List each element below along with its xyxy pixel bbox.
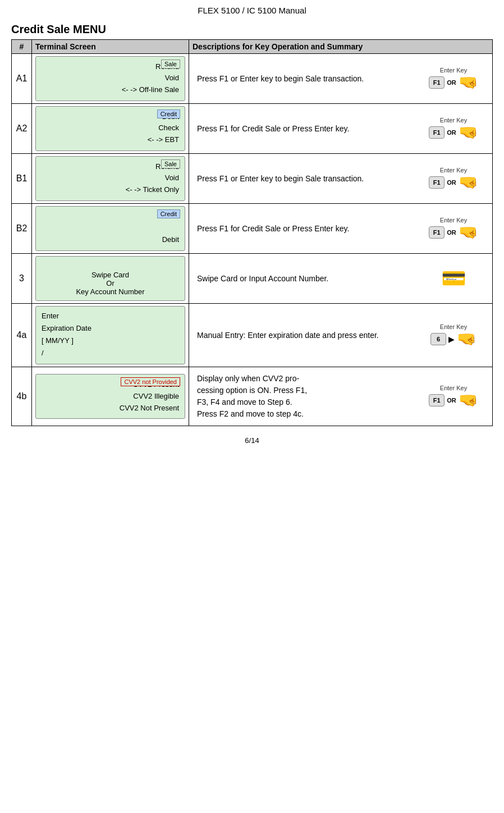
or-label: OR — [447, 229, 456, 236]
screen-label-A1: Sale — [161, 60, 180, 68]
page-title: FLEX 5100 / IC 5100 Manual — [11, 6, 493, 15]
row-id-4b: 4b — [12, 367, 32, 426]
f1-button: F1 — [429, 176, 445, 189]
table-row: 3Swipe CardOrKey Account NumberSwipe Car… — [12, 254, 493, 304]
f6-button: 6 — [430, 333, 446, 345]
terminal-screen-B2: CreditDebit — [32, 204, 189, 254]
row-id-3: 3 — [12, 254, 32, 304]
desc-cell-4b: Display only when CVV2 pro-cessing optio… — [189, 367, 493, 426]
table-row: B1SaleRefundVoid<- -> Ticket OnlyPress F… — [12, 154, 493, 204]
desc-text-4b: Display only when CVV2 pro-cessing optio… — [197, 373, 411, 420]
row-id-B1: B1 — [12, 154, 32, 204]
enter-hand-icon: 🤜 — [459, 392, 478, 408]
terminal-screen-A1: SaleRefundVoid<- -> Off-line Sale — [32, 54, 189, 104]
f1-button: F1 — [429, 76, 445, 89]
col-header-screen: Terminal Screen — [32, 40, 189, 54]
screen-line: <- -> EBT — [148, 134, 179, 146]
table-row: 4aEnterExpiration Date [ MM/YY ]/Manual … — [12, 304, 493, 367]
table-row: A1SaleRefundVoid<- -> Off-line SalePress… — [12, 54, 493, 104]
table-row: 4bCVV2 not ProvidedCVV2 PresentCVV2 Ille… — [12, 367, 493, 426]
table-row: A2CreditDebitCheck<- -> EBTPress F1 for … — [12, 104, 493, 154]
desc-cell-B2: Press F1 for Credit Sale or Press Enter … — [189, 204, 493, 254]
enter-hand-icon: 🤜 — [459, 175, 478, 190]
f1-button: F1 — [429, 226, 445, 239]
screen-line: CVV2 Illegible — [120, 391, 179, 403]
screen-line: CVV2 Not Present — [120, 403, 179, 414]
screen-line: [ MM/YY ] — [42, 335, 74, 347]
col-header-desc: Descriptions for Key Operation and Summa… — [189, 40, 493, 54]
screen-line: Debit — [162, 234, 179, 246]
row-id-A1: A1 — [12, 54, 32, 104]
key-image-A2: Enter KeyF1OR🤜 — [423, 117, 484, 140]
terminal-screen-3: Swipe CardOrKey Account Number — [32, 254, 189, 304]
main-table: # Terminal Screen Descriptions for Key O… — [11, 39, 493, 426]
screen-label-A2: Credit — [157, 109, 180, 118]
enter-key-label: Enter Key — [440, 323, 467, 330]
screen-label-4b: CVV2 not Provided — [121, 377, 180, 386]
enter-hand-icon: 🤜 — [459, 125, 478, 140]
desc-text-3: Swipe Card or Input Account Number. — [197, 273, 411, 285]
terminal-screen-A2: CreditDebitCheck<- -> EBT — [32, 104, 189, 154]
f1-button: F1 — [429, 126, 445, 139]
desc-text-4a: Manual Entry: Enter expiration date and … — [197, 330, 411, 341]
key-image-4a: Enter Key6▶🤜 — [423, 323, 484, 347]
desc-text-A2: Press F1 for Credit Sale or Press Enter … — [197, 123, 411, 135]
key-image-B2: Enter KeyF1OR🤜 — [423, 217, 484, 240]
key-image-B1: Enter KeyF1OR🤜 — [423, 167, 484, 190]
desc-cell-4a: Manual Entry: Enter expiration date and … — [189, 304, 493, 367]
enter-key-label: Enter Key — [440, 385, 467, 391]
enter-key-label: Enter Key — [440, 117, 467, 124]
screen-line: Or — [106, 279, 114, 287]
screen-line: Check — [148, 122, 179, 134]
row-id-B2: B2 — [12, 204, 32, 254]
desc-cell-A2: Press F1 for Credit Sale or Press Enter … — [189, 104, 493, 154]
desc-text-A1: Press F1 or Enter key to begin Sale tran… — [197, 73, 411, 85]
screen-line: / — [42, 347, 44, 359]
enter-hand-icon: 🤜 — [457, 331, 476, 347]
terminal-screen-B1: SaleRefundVoid<- -> Ticket Only — [32, 154, 189, 204]
or-label: OR — [447, 179, 456, 186]
enter-key-label: Enter Key — [440, 167, 467, 173]
or-label: OR — [447, 397, 456, 404]
enter-hand-icon: 🤜 — [459, 225, 478, 240]
f1-button: F1 — [429, 394, 445, 406]
desc-cell-B1: Press F1 or Enter key to begin Sale tran… — [189, 154, 493, 204]
terminal-screen-4a: EnterExpiration Date [ MM/YY ]/ — [32, 304, 189, 367]
screen-line: Void — [126, 172, 179, 184]
screen-label-B1: Sale — [161, 159, 180, 168]
screen-line: Enter — [42, 310, 59, 322]
enter-key-label: Enter Key — [440, 217, 467, 223]
screen-lines: Debit — [162, 234, 179, 246]
screen-line: Void — [122, 72, 179, 84]
row-id-A2: A2 — [12, 104, 32, 154]
desc-text-B1: Press F1 or Enter key to begin Sale tran… — [197, 173, 411, 185]
screen-line: <- -> Ticket Only — [126, 184, 179, 196]
key-image-4b: Enter KeyF1OR🤜 — [423, 385, 484, 408]
or-label: OR — [447, 79, 456, 86]
screen-line: Swipe Card — [91, 271, 129, 279]
key-image-A1: Enter KeyF1OR🤜 — [423, 67, 484, 90]
desc-cell-3: Swipe Card or Input Account Number.💳 — [189, 254, 493, 304]
terminal-screen-4b: CVV2 not ProvidedCVV2 PresentCVV2 Illegi… — [32, 367, 189, 426]
col-header-num: # — [12, 40, 32, 54]
card-swipe-icon: 💳 — [423, 267, 484, 290]
table-row: B2CreditDebitPress F1 for Credit Sale or… — [12, 204, 493, 254]
screen-label-B2: Credit — [157, 209, 180, 218]
desc-text-B2: Press F1 for Credit Sale or Press Enter … — [197, 223, 411, 235]
screen-line: Key Account Number — [76, 287, 144, 296]
screen-line: <- -> Off-line Sale — [122, 84, 179, 96]
enter-key-label: Enter Key — [440, 67, 467, 74]
page-footer: 6/14 — [11, 436, 493, 445]
section-title: Credit Sale MENU — [11, 23, 493, 36]
or-label: OR — [447, 129, 456, 136]
row-id-4a: 4a — [12, 304, 32, 367]
screen-line: Expiration Date — [42, 322, 91, 335]
desc-cell-A1: Press F1 or Enter key to begin Sale tran… — [189, 54, 493, 104]
enter-hand-icon: 🤜 — [459, 75, 478, 90]
